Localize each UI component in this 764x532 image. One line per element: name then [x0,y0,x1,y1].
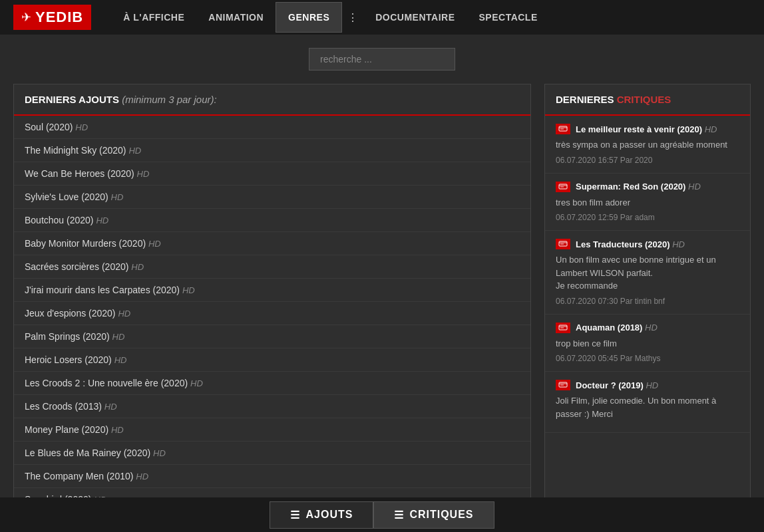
left-panel: DERNIERS AJOUTS (minimum 3 par jour): So… [13,84,531,532]
critique-movie-name: Superman: Red Son (2020) HD [576,182,701,192]
right-panel-header: DERNIERES CRITIQUES [545,84,750,116]
critique-title[interactable]: Le meilleur reste à venir (2020) HD [556,124,739,134]
critique-title[interactable]: Aquaman (2018) HD [556,323,739,333]
movie-item[interactable]: Le Blues de Ma Rainey (2020) HD [14,442,530,465]
critique-movie-name: Les Traducteurs (2020) HD [576,239,685,249]
right-header-sub: CRITIQUES [617,94,671,105]
movie-item[interactable]: We Can Be Heroes (2020) HD [14,162,530,186]
movie-item[interactable]: Palm Springs (2020) HD [14,325,530,348]
critiques-list: Le meilleur reste à venir (2020) HD très… [545,116,750,433]
svg-rect-12 [559,382,567,387]
svg-rect-9 [559,325,567,330]
movie-item[interactable]: Boutchou (2020) HD [14,209,530,232]
ajouts-icon: ☰ [290,509,300,521]
movie-item[interactable]: Sylvie's Love (2020) HD [14,186,530,209]
left-header-sub: (minimum 3 par jour): [122,94,217,105]
main-nav: À L'AFFICHE ANIMATION GENRES ⋮ DOCUMENTA… [111,2,550,33]
critique-text: Un bon film avec une bonne intrigue et u… [556,253,739,293]
nav-item-affiche[interactable]: À L'AFFICHE [111,3,196,32]
critique-text: très sympa on a passer un agréable momen… [556,138,739,152]
movie-item[interactable]: Jeux d'espions (2020) HD [14,302,530,325]
critiques-label: CRITIQUES [409,509,473,521]
critique-meta: 06.07.2020 05:45 Par Mathys [556,354,739,363]
main-content: DERNIERS AJOUTS (minimum 3 par jour): So… [0,84,764,532]
logo-icon: ✈ [21,10,31,25]
critique-text: Joli Film, jolie comedie. Un bon moment … [556,394,739,420]
critique-item: Docteur ? (2019) HD Joli Film, jolie com… [545,372,750,433]
critique-text: tres bon film adorer [556,196,739,209]
svg-rect-0 [559,126,567,131]
header: ✈ YEDIB À L'AFFICHE ANIMATION GENRES ⋮ D… [0,0,764,35]
critique-item: Aquaman (2018) HD trop bien ce film 06.0… [545,315,750,372]
bottom-btn-critiques[interactable]: ☰ CRITIQUES [373,501,494,529]
movie-list: Soul (2020) HDThe Midnight Sky (2020) HD… [14,116,530,532]
critique-meta: 06.07.2020 12:59 Par adam [556,213,739,222]
bottom-btn-ajouts[interactable]: ☰ AJOUTS [270,501,373,529]
left-panel-header: DERNIERS AJOUTS (minimum 3 par jour): [14,84,530,116]
critique-icon [556,182,570,192]
nav-item-documentaire[interactable]: DOCUMENTAIRE [363,3,467,32]
search-bar [0,35,764,84]
right-panel: DERNIERES CRITIQUES Le meilleur reste à … [544,84,751,532]
critique-icon [556,239,570,249]
svg-rect-6 [559,241,567,246]
critique-movie-name: Aquaman (2018) HD [576,323,658,332]
critique-meta: 06.07.2020 07:30 Par tintin bnf [556,297,739,306]
svg-rect-3 [559,184,567,189]
movie-item[interactable]: The Midnight Sky (2020) HD [14,139,530,162]
right-header-main: DERNIERES [556,94,614,105]
critique-item: Superman: Red Son (2020) HD tres bon fil… [545,174,750,231]
critique-icon [556,380,570,390]
critique-text: trop bien ce film [556,337,739,350]
movie-item[interactable]: Heroic Losers (2020) HD [14,348,530,372]
nav-item-genres[interactable]: GENRES [276,2,342,33]
bottom-bar: ☰ AJOUTS ☰ CRITIQUES [0,497,764,532]
critique-movie-name: Docteur ? (2019) HD [576,380,658,390]
search-input[interactable] [309,48,455,70]
critique-icon [556,323,570,333]
critique-title[interactable]: Superman: Red Son (2020) HD [556,182,739,192]
critique-item: Les Traducteurs (2020) HD Un bon film av… [545,231,750,315]
critique-meta: 06.07.2020 16:57 Par 2020 [556,156,739,165]
nav-item-animation[interactable]: ANIMATION [196,3,276,32]
movie-item[interactable]: Les Croods (2013) HD [14,395,530,418]
ajouts-label: AJOUTS [305,509,353,521]
critique-title[interactable]: Docteur ? (2019) HD [556,380,739,390]
nav-more-icon[interactable]: ⋮ [342,2,363,33]
logo-text: YEDIB [35,9,83,26]
critique-movie-name: Le meilleur reste à venir (2020) HD [576,124,717,134]
movie-item[interactable]: Sacrées sorcières (2020) HD [14,255,530,279]
critique-icon [556,124,570,134]
left-header-main: DERNIERS AJOUTS [25,94,119,105]
movie-item[interactable]: The Company Men (2010) HD [14,465,530,488]
movie-item[interactable]: Soul (2020) HD [14,116,530,139]
critique-title[interactable]: Les Traducteurs (2020) HD [556,239,739,249]
logo[interactable]: ✈ YEDIB [13,5,91,30]
movie-item[interactable]: Les Croods 2 : Une nouvelle ère (2020) H… [14,372,530,395]
nav-item-spectacle[interactable]: SPECTACLE [467,3,550,32]
movie-item[interactable]: Money Plane (2020) HD [14,418,530,442]
critiques-icon: ☰ [394,509,404,521]
movie-item[interactable]: J'irai mourir dans les Carpates (2020) H… [14,279,530,302]
movie-item[interactable]: Baby Monitor Murders (2020) HD [14,232,530,255]
critique-item: Le meilleur reste à venir (2020) HD très… [545,116,750,174]
